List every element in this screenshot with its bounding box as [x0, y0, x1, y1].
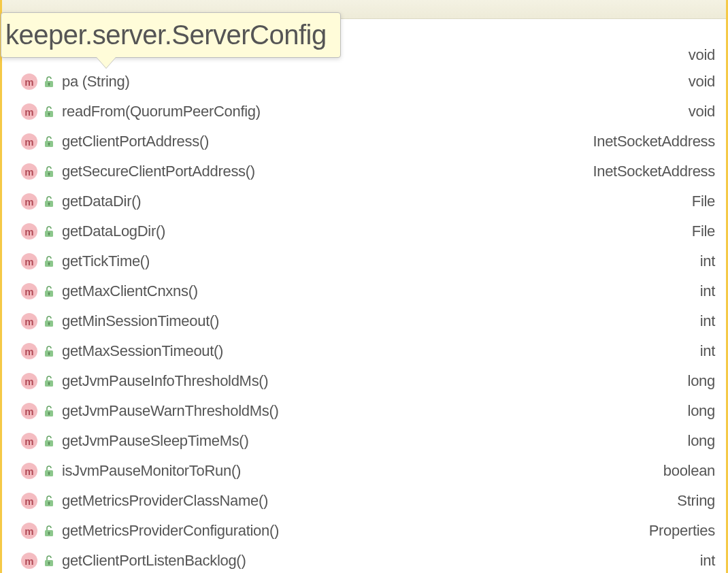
method-name: getMaxSessionTimeout()	[62, 342, 695, 360]
method-name: getMaxClientCnxns()	[62, 282, 695, 300]
list-item[interactable]: m getJvmPauseWarnThresholdMs() long	[2, 396, 726, 426]
list-item[interactable]: m getMaxSessionTimeout() int	[2, 336, 726, 366]
svg-rect-44	[48, 503, 50, 505]
method-name: getJvmPauseInfoThresholdMs()	[62, 372, 682, 390]
list-item[interactable]: m readFrom(QuorumPeerConfig) void	[2, 97, 726, 127]
completion-list[interactable]: void m pa (String) void m readFrom(Quoru…	[2, 19, 726, 573]
return-type: long	[682, 432, 715, 450]
method-icon: m	[21, 163, 37, 180]
method-name: getMetricsProviderClassName()	[62, 492, 672, 510]
list-item[interactable]: m getDataLogDir() File	[2, 216, 726, 246]
method-name: readFrom(QuorumPeerConfig)	[62, 103, 683, 120]
svg-rect-38	[48, 443, 50, 445]
tooltip: keeper.server.ServerConfig	[1, 12, 341, 58]
method-icon: m	[21, 103, 37, 120]
method-icon: m	[21, 343, 37, 359]
lock-open-icon	[43, 134, 55, 149]
lock-open-icon	[43, 344, 55, 359]
method-name: getMetricsProviderConfiguration()	[62, 522, 644, 540]
return-type: InetSocketAddress	[587, 133, 715, 150]
svg-rect-32	[48, 383, 50, 385]
return-type: String	[672, 492, 715, 510]
lock-open-icon	[43, 433, 55, 448]
lock-open-icon	[43, 463, 55, 478]
list-item[interactable]: m getJvmPauseInfoThresholdMs() long	[2, 366, 726, 396]
method-name: getJvmPauseSleepTimeMs()	[62, 432, 682, 450]
svg-rect-11	[48, 174, 50, 176]
method-icon: m	[21, 493, 37, 509]
method-icon: m	[21, 253, 37, 269]
return-type: Properties	[644, 522, 715, 540]
method-icon: m	[21, 73, 37, 90]
list-item[interactable]: m isJvmPauseMonitorToRun() boolean	[2, 456, 726, 486]
method-name: getJvmPauseWarnThresholdMs()	[62, 402, 682, 420]
list-item[interactable]: m pa (String) void	[2, 67, 726, 97]
method-icon: m	[21, 433, 37, 449]
method-icon: m	[21, 523, 37, 539]
list-item[interactable]: m getMinSessionTimeout() int	[2, 306, 726, 336]
lock-open-icon	[43, 224, 55, 239]
lock-open-icon	[43, 493, 55, 508]
svg-rect-17	[48, 233, 50, 235]
svg-rect-29	[48, 353, 50, 355]
lock-open-icon	[43, 374, 55, 389]
method-name: getSecureClientPortAddress()	[62, 163, 587, 180]
svg-rect-50	[48, 563, 50, 565]
list-item[interactable]: m getSecureClientPortAddress() InetSocke…	[2, 157, 726, 186]
method-icon: m	[21, 133, 37, 150]
return-type: int	[695, 312, 715, 330]
method-icon: m	[21, 283, 37, 299]
svg-rect-26	[48, 323, 50, 325]
return-type: void	[683, 103, 715, 120]
return-type: int	[695, 252, 715, 270]
svg-rect-47	[48, 533, 50, 535]
list-item[interactable]: m getClientPortAddress() InetSocketAddre…	[2, 127, 726, 157]
list-item[interactable]: m getJvmPauseSleepTimeMs() long	[2, 426, 726, 456]
method-icon: m	[21, 553, 37, 569]
lock-open-icon	[43, 284, 55, 299]
method-name: getClientPortAddress()	[62, 133, 587, 150]
method-icon: m	[21, 373, 37, 389]
method-name: getClientPortListenBacklog()	[62, 552, 695, 570]
lock-open-icon	[43, 314, 55, 329]
method-icon: m	[21, 193, 37, 210]
method-icon: m	[21, 313, 37, 329]
lock-open-icon	[43, 523, 55, 538]
list-item[interactable]: m getMetricsProviderConfiguration() Prop…	[2, 516, 726, 546]
list-item[interactable]: m getMaxClientCnxns() int	[2, 276, 726, 306]
tooltip-text: keeper.server.ServerConfig	[5, 20, 327, 50]
return-type: void	[683, 46, 715, 64]
lock-open-icon	[43, 553, 55, 568]
completion-popup: keeper.server.ServerConfig void m pa (St…	[0, 0, 728, 573]
return-type: int	[695, 552, 715, 570]
list-item[interactable]: m getTickTime() int	[2, 246, 726, 276]
svg-rect-20	[48, 263, 50, 265]
svg-rect-35	[48, 413, 50, 415]
svg-rect-14	[48, 203, 50, 206]
svg-rect-8	[48, 144, 50, 146]
return-type: InetSocketAddress	[587, 163, 715, 180]
return-type: int	[695, 282, 715, 300]
lock-open-icon	[43, 254, 55, 269]
return-type: long	[682, 402, 715, 420]
lock-open-icon	[43, 74, 55, 89]
lock-open-icon	[43, 164, 55, 179]
return-type: File	[686, 223, 715, 240]
lock-open-icon	[43, 194, 55, 209]
list-item[interactable]: m getDataDir() File	[2, 186, 726, 216]
list-item[interactable]: m getMetricsProviderClassName() String	[2, 486, 726, 516]
method-name: pa (String)	[62, 73, 683, 91]
method-name: isJvmPauseMonitorToRun()	[62, 462, 658, 480]
svg-rect-5	[48, 114, 50, 116]
svg-rect-41	[48, 473, 50, 475]
return-type: boolean	[658, 462, 715, 480]
method-icon: m	[21, 403, 37, 419]
return-type: int	[695, 342, 715, 360]
lock-open-icon	[43, 404, 55, 419]
lock-open-icon	[43, 104, 55, 119]
list-item[interactable]: m getClientPortListenBacklog() int	[2, 546, 726, 573]
return-type: File	[686, 193, 715, 210]
method-name: getDataDir()	[62, 193, 686, 210]
return-type: long	[682, 372, 715, 390]
method-name: getDataLogDir()	[62, 223, 686, 240]
